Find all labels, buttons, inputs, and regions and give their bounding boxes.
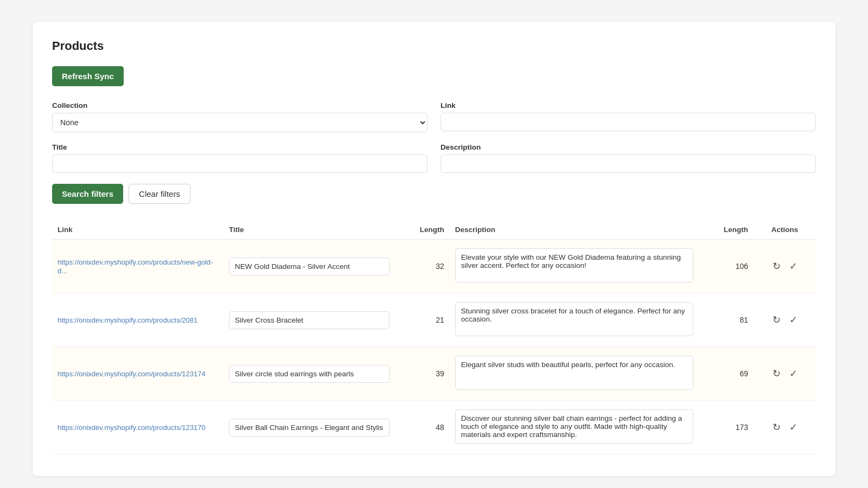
cell-actions: ↻✓	[754, 293, 816, 347]
confirm-button[interactable]: ✓	[787, 419, 800, 435]
cell-desc-length: 81	[699, 293, 754, 347]
col-header-title: Title	[224, 221, 395, 240]
table-body: https://onixdev.myshopify.com/products/n…	[52, 240, 816, 454]
filters-bottom-row: Title Description	[52, 143, 816, 173]
cell-actions: ↻✓	[754, 240, 816, 293]
product-link[interactable]: https://onixdev.myshopify.com/products/n…	[58, 258, 213, 275]
link-filter-group: Link	[441, 101, 816, 132]
confirm-button[interactable]: ✓	[787, 258, 800, 274]
title-input[interactable]	[52, 155, 427, 173]
cell-description	[450, 347, 699, 401]
cell-desc-length: 106	[699, 240, 754, 293]
link-input[interactable]	[441, 113, 816, 131]
product-link[interactable]: https://onixdev.myshopify.com/products/1…	[58, 370, 206, 378]
page-title: Products	[52, 39, 816, 53]
cell-title-length: 48	[395, 401, 450, 454]
cell-title-length: 32	[395, 240, 450, 293]
description-filter-group: Description	[441, 143, 816, 173]
table-row: https://onixdev.myshopify.com/products/n…	[52, 240, 816, 293]
title-field[interactable]	[229, 365, 390, 383]
cell-actions: ↻✓	[754, 347, 816, 401]
product-link[interactable]: https://onixdev.myshopify.com/products/1…	[58, 423, 206, 432]
title-filter-group: Title	[52, 143, 427, 173]
cell-title	[224, 293, 395, 347]
collection-select[interactable]: None Bracelets Earrings Necklaces	[52, 113, 427, 132]
cell-title-length: 39	[395, 347, 450, 401]
filter-actions: Search filters Clear filters	[52, 184, 816, 204]
refresh-button[interactable]: ↻	[770, 258, 783, 274]
title-field[interactable]	[229, 311, 390, 329]
description-input[interactable]	[441, 155, 816, 173]
table-header: Link Title Length Description Length Act…	[52, 221, 816, 240]
cell-link: https://onixdev.myshopify.com/products/1…	[52, 401, 224, 454]
search-filters-button[interactable]: Search filters	[52, 184, 123, 204]
description-field[interactable]	[455, 302, 694, 336]
clear-filters-button[interactable]: Clear filters	[129, 184, 190, 204]
col-header-link: Link	[52, 221, 224, 240]
col-header-description: Description	[450, 221, 699, 240]
cell-actions: ↻✓	[754, 401, 816, 454]
confirm-button[interactable]: ✓	[787, 312, 800, 328]
description-field[interactable]	[455, 356, 694, 390]
col-header-desc-length: Length	[699, 221, 754, 240]
main-card: Products Refresh Sync Collection None Br…	[33, 22, 835, 476]
col-header-actions: Actions	[754, 221, 816, 240]
cell-desc-length: 173	[699, 401, 754, 454]
collection-label: Collection	[52, 101, 427, 110]
refresh-button[interactable]: ↻	[770, 312, 783, 328]
cell-description	[450, 293, 699, 347]
confirm-button[interactable]: ✓	[787, 365, 800, 382]
cell-link: https://onixdev.myshopify.com/products/1…	[52, 347, 224, 401]
col-header-length: Length	[395, 221, 450, 240]
collection-filter-group: Collection None Bracelets Earrings Neckl…	[52, 101, 427, 132]
cell-title	[224, 240, 395, 293]
cell-description	[450, 401, 699, 454]
refresh-button[interactable]: ↻	[770, 419, 783, 435]
cell-link: https://onixdev.myshopify.com/products/2…	[52, 293, 224, 347]
cell-description	[450, 240, 699, 293]
cell-title	[224, 347, 395, 401]
description-field[interactable]	[455, 409, 694, 444]
filters-top-row: Collection None Bracelets Earrings Neckl…	[52, 101, 816, 132]
cell-desc-length: 69	[699, 347, 754, 401]
description-field[interactable]	[455, 248, 694, 282]
title-label: Title	[52, 143, 427, 151]
link-label: Link	[441, 101, 816, 110]
products-table: Link Title Length Description Length Act…	[52, 221, 816, 454]
product-link[interactable]: https://onixdev.myshopify.com/products/2…	[58, 316, 197, 324]
table-row: https://onixdev.myshopify.com/products/2…	[52, 293, 816, 347]
refresh-button[interactable]: ↻	[770, 365, 783, 382]
cell-title-length: 21	[395, 293, 450, 347]
table-row: https://onixdev.myshopify.com/products/1…	[52, 347, 816, 401]
refresh-sync-button[interactable]: Refresh Sync	[52, 66, 124, 86]
description-label: Description	[441, 143, 816, 151]
cell-title	[224, 401, 395, 454]
table-row: https://onixdev.myshopify.com/products/1…	[52, 401, 816, 454]
title-field[interactable]	[229, 419, 390, 436]
title-field[interactable]	[229, 258, 390, 275]
cell-link: https://onixdev.myshopify.com/products/n…	[52, 240, 224, 293]
